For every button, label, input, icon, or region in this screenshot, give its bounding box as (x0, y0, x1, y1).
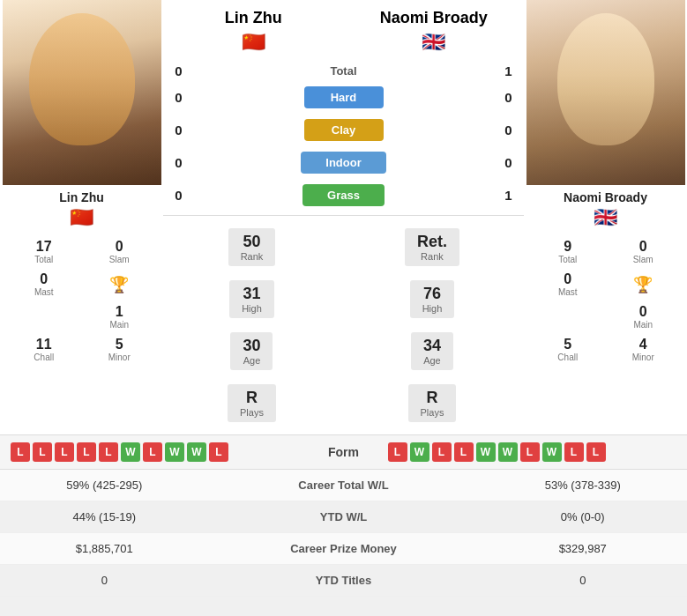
total-score-right: 1 (493, 63, 524, 78)
indoor-surface-btn: Indoor (194, 149, 493, 176)
right-main-cell: 0 Main (607, 301, 681, 332)
left-rank-box: 50 Rank (228, 228, 276, 266)
main-container: Lin Zhu 🇨🇳 17 Total 0 Slam 0 Mast 🏆 (0, 0, 687, 597)
left-high-box: 31 High (229, 280, 274, 318)
left-minor-cell: 5 Minor (83, 334, 157, 365)
stats-row: $1,885,701 Career Prize Money $329,987 (0, 533, 687, 565)
name-headers-row: Lin Zhu Naomi Broady (163, 0, 524, 29)
stat-center-label: YTD W/L (209, 501, 479, 533)
flags-row: 🇨🇳 🇬🇧 (163, 29, 524, 61)
left-stats-grid: 17 Total 0 Slam 0 Mast 🏆 1 Main (0, 233, 163, 368)
indoor-score-right: 0 (493, 155, 524, 170)
form-badge-w: W (476, 442, 496, 462)
right-trophy-cell: 🏆 (607, 269, 681, 300)
right-slam-cell: 0 Slam (607, 236, 681, 267)
stat-center-label: Career Total W/L (209, 470, 479, 501)
mid-right-stats: Ret. Rank 76 High 34 Age R Plays (405, 225, 459, 426)
stat-center-label: YTD Titles (209, 565, 479, 597)
right-rank-box: Ret. Rank (405, 228, 459, 266)
mid-left-flag: 🇨🇳 (163, 31, 344, 54)
right-player-photo (526, 0, 685, 185)
clay-surface-btn: Clay (194, 116, 493, 144)
left-slam-cell: 0 Slam (83, 236, 157, 267)
stat-center-label: Career Prize Money (209, 533, 479, 565)
clay-score-right: 0 (493, 122, 524, 137)
mid-left-name: Lin Zhu (163, 9, 344, 27)
total-score-row: 0 Total 1 (163, 61, 524, 81)
left-form-badges: LLLLLWLWWL (11, 442, 300, 462)
right-mast-cell: 0 Mast (531, 269, 605, 300)
left-player-name: Lin Zhu (59, 185, 104, 206)
total-score-left: 0 (163, 63, 194, 78)
indoor-score-row: 0 Indoor 0 (163, 146, 524, 179)
stat-left-val: $1,885,701 (0, 533, 209, 565)
form-badge-l: L (432, 442, 452, 462)
left-age-box: 30 Age (230, 332, 273, 370)
hard-score-row: 0 Hard 0 (163, 81, 524, 114)
left-trophy-cell: 🏆 (83, 269, 157, 300)
form-badge-l: L (33, 442, 52, 462)
hard-score-left: 0 (163, 90, 194, 105)
mid-right-name: Naomi Broady (344, 9, 525, 27)
left-player-flag: 🇨🇳 (70, 206, 93, 229)
stat-right-val: 53% (378-339) (478, 470, 687, 501)
form-section: LLLLLWLWWL Form LWLLWWLWLL (0, 434, 687, 470)
right-form-badges: LWLLWWLWLL (388, 442, 677, 462)
form-label: Form (300, 445, 388, 459)
right-player-flag: 🇬🇧 (594, 206, 617, 229)
form-badge-w: W (542, 442, 562, 462)
form-badge-l: L (99, 442, 118, 462)
mid-rank-age-plays: 50 Rank 31 High 30 Age R Plays (163, 215, 524, 434)
stats-row: 59% (425-295) Career Total W/L 53% (378-… (0, 470, 687, 501)
middle-column: Lin Zhu Naomi Broady 🇨🇳 🇬🇧 0 Total 1 0 (163, 0, 524, 434)
form-badge-w: W (165, 442, 184, 462)
grass-score-right: 1 (493, 188, 524, 203)
top-section: Lin Zhu 🇨🇳 17 Total 0 Slam 0 Mast 🏆 (0, 0, 687, 434)
grass-surface-btn: Grass (194, 182, 493, 209)
clay-score-row: 0 Clay 0 (163, 114, 524, 146)
form-badge-l: L (520, 442, 540, 462)
stat-right-val: 0% (0-0) (478, 501, 687, 533)
right-high-box: 76 High (410, 280, 455, 318)
stat-left-val: 0 (0, 565, 209, 597)
total-label-mid: Total (194, 64, 493, 78)
right-chall-cell: 5 Chall (531, 334, 605, 365)
right-age-box: 34 Age (411, 332, 453, 370)
form-badge-w: W (410, 442, 429, 462)
form-badge-l: L (55, 442, 74, 462)
stats-row: 0 YTD Titles 0 (0, 565, 687, 597)
clay-score-left: 0 (163, 122, 194, 137)
indoor-score-left: 0 (163, 155, 194, 170)
form-badge-w: W (187, 442, 206, 462)
form-badge-l: L (209, 442, 228, 462)
left-chall-cell: 11 Chall (7, 334, 81, 365)
left-total-cell: 17 Total (7, 236, 81, 267)
right-plays-box: R Plays (408, 384, 457, 422)
left-plays-box: R Plays (228, 384, 276, 422)
right-stats-grid: 9 Total 0 Slam 0 Mast 🏆 0 Main (524, 233, 687, 368)
form-badge-w: W (498, 442, 518, 462)
form-badge-w: W (121, 442, 140, 462)
form-badge-l: L (388, 442, 407, 462)
stat-right-val: 0 (478, 565, 687, 597)
stat-left-val: 59% (425-295) (0, 470, 209, 501)
hard-surface-btn: Hard (194, 84, 493, 111)
left-main-cell: 1 Main (83, 301, 157, 332)
grass-score-row: 0 Grass 1 (163, 179, 524, 212)
form-badge-l: L (77, 442, 96, 462)
form-badge-l: L (143, 442, 162, 462)
left-player-photo (3, 0, 161, 185)
right-minor-cell: 4 Minor (607, 334, 681, 365)
left-trophy-icon: 🏆 (109, 275, 129, 294)
stats-table: 59% (425-295) Career Total W/L 53% (378-… (0, 470, 687, 597)
right-player-column: Naomi Broady 🇬🇧 9 Total 0 Slam 0 Mast (524, 0, 687, 434)
left-mast-cell: 0 Mast (7, 269, 81, 300)
form-badge-l: L (454, 442, 474, 462)
hard-score-right: 0 (493, 90, 524, 105)
mid-left-stats: 50 Rank 31 High 30 Age R Plays (228, 225, 276, 426)
right-trophy-icon: 🏆 (633, 275, 653, 294)
form-badge-l: L (11, 442, 30, 462)
form-badge-l: L (564, 442, 584, 462)
right-total-cell: 9 Total (531, 236, 605, 267)
stat-left-val: 44% (15-19) (0, 501, 209, 533)
